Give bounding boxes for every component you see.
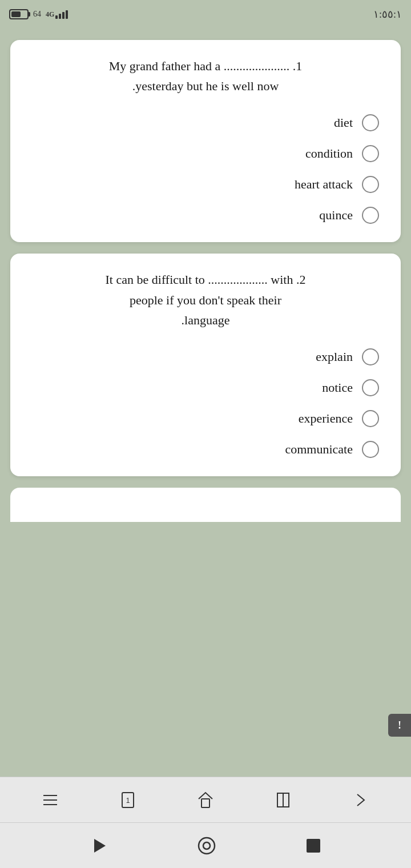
question-2-text: It can be difficult to .................… xyxy=(27,270,384,330)
option-label-q1-diet: diet xyxy=(334,115,353,130)
svg-rect-5 xyxy=(202,799,209,807)
partial-card-3 xyxy=(10,488,401,522)
svg-point-9 xyxy=(203,842,210,849)
svg-text:1: 1 xyxy=(126,797,130,805)
question-2-options: explain notice experience communicate xyxy=(27,346,384,460)
svg-rect-10 xyxy=(307,839,320,853)
option-q1-condition[interactable]: condition xyxy=(27,143,384,164)
svg-marker-7 xyxy=(94,839,106,853)
nav-next-button[interactable] xyxy=(346,786,375,814)
option-label-q2-communicate: communicate xyxy=(285,442,353,457)
status-left: 64 4G xyxy=(9,9,68,19)
page-icon: 1 xyxy=(119,791,137,809)
chevron-right-icon xyxy=(352,791,370,809)
radio-q1-quince[interactable] xyxy=(362,207,379,224)
option-label-q2-notice: notice xyxy=(322,380,353,395)
nav-book-button[interactable] xyxy=(269,786,297,814)
status-time: ١:٥٥:١ xyxy=(373,8,402,21)
option-label-q1-quince: quince xyxy=(319,208,353,223)
option-label-q1-heart-attack: heart attack xyxy=(295,177,353,192)
question-card-1: My grand father had a ..................… xyxy=(10,40,401,242)
option-q2-explain[interactable]: explain xyxy=(27,346,384,368)
book-icon xyxy=(274,791,292,809)
option-q1-heart-attack[interactable]: heart attack xyxy=(27,174,384,195)
radio-q1-condition[interactable] xyxy=(362,145,379,162)
option-q2-experience[interactable]: experience xyxy=(27,408,384,429)
option-q1-diet[interactable]: diet xyxy=(27,112,384,134)
radio-q1-diet[interactable] xyxy=(362,114,379,131)
nav-page-button[interactable]: 1 xyxy=(114,786,142,814)
stop-icon xyxy=(305,838,321,854)
option-label-q2-experience: experience xyxy=(299,411,353,426)
system-bar xyxy=(0,822,411,868)
status-bar: 64 4G ١:٥٥:١ xyxy=(0,0,411,29)
play-button[interactable] xyxy=(90,837,108,855)
circle-home-icon xyxy=(196,835,217,856)
option-q2-notice[interactable]: notice xyxy=(27,377,384,399)
menu-icon xyxy=(41,791,59,809)
report-button[interactable]: ! xyxy=(388,714,411,737)
question-1-options: diet condition heart attack quince xyxy=(27,112,384,226)
radio-q2-explain[interactable] xyxy=(362,348,379,365)
option-label-q1-condition: condition xyxy=(305,146,353,161)
svg-point-8 xyxy=(199,838,215,854)
home-system-button[interactable] xyxy=(196,835,217,856)
question-card-2: It can be difficult to .................… xyxy=(10,254,401,476)
radio-q1-heart-attack[interactable] xyxy=(362,176,379,193)
network-label: 4G xyxy=(46,10,54,19)
radio-q2-notice[interactable] xyxy=(362,379,379,396)
stop-button[interactable] xyxy=(305,838,321,854)
option-label-q2-explain: explain xyxy=(316,349,353,364)
question-1-text: My grand father had a ..................… xyxy=(27,56,384,96)
battery-level: 64 xyxy=(33,10,41,19)
nav-menu-button[interactable] xyxy=(36,786,65,814)
nav-home-button[interactable] xyxy=(191,786,220,814)
signal-icon: 4G xyxy=(46,10,68,19)
content-area: My grand father had a ..................… xyxy=(0,29,411,777)
option-q1-quince[interactable]: quince xyxy=(27,204,384,226)
option-q2-communicate[interactable]: communicate xyxy=(27,439,384,460)
radio-q2-communicate[interactable] xyxy=(362,441,379,458)
nav-bar: 1 xyxy=(0,777,411,822)
home-icon xyxy=(196,791,215,809)
play-icon xyxy=(90,837,108,855)
battery-icon xyxy=(9,9,29,19)
radio-q2-experience[interactable] xyxy=(362,410,379,427)
